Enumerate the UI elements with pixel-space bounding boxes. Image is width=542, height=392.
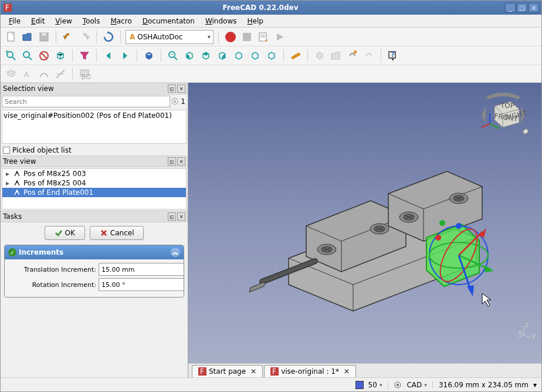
tree-item[interactable]: ▸ Pos of M8x25 004 bbox=[2, 178, 186, 188]
undo-icon[interactable] bbox=[61, 30, 75, 44]
view-front-icon[interactable] bbox=[182, 49, 197, 63]
fit-all-icon[interactable] bbox=[4, 49, 18, 63]
tree-item-selected[interactable]: ▸ Pos of End Plate001 bbox=[2, 188, 186, 197]
menu-file[interactable]: File bbox=[4, 16, 25, 26]
measure-icon[interactable] bbox=[289, 49, 303, 63]
axes-indicator: z y x bbox=[518, 322, 536, 340]
nav-style-icon[interactable] bbox=[394, 381, 402, 389]
left-panel: Selection view ◱ × ⓧ 1 vise_original#Pos… bbox=[1, 83, 188, 377]
close-tab-icon[interactable]: ✕ bbox=[250, 367, 256, 376]
zoom-icon[interactable]: - bbox=[166, 49, 180, 63]
maximize-button[interactable]: □ bbox=[517, 3, 527, 12]
macro-stop-icon[interactable] bbox=[240, 30, 254, 44]
toolbar-main: A OSHAutoDoc bbox=[1, 28, 541, 46]
svg-text:z: z bbox=[525, 322, 529, 329]
whats-this-icon[interactable]: ? bbox=[386, 49, 400, 63]
view-right-icon[interactable] bbox=[215, 49, 229, 63]
close-button[interactable]: × bbox=[529, 3, 539, 12]
position-icon bbox=[13, 188, 21, 197]
translation-input[interactable] bbox=[99, 263, 184, 275]
axis-icon[interactable] bbox=[53, 67, 67, 81]
svg-rect-5 bbox=[243, 33, 251, 41]
translation-spinbox[interactable]: ▲▼ bbox=[99, 263, 184, 276]
undock-tasks-icon[interactable]: ◱ bbox=[168, 212, 176, 221]
position-icon bbox=[13, 179, 21, 187]
tree-item[interactable]: ▸ Pos of M8x25 003 bbox=[2, 169, 186, 178]
tab-document[interactable]: F vise-original : 1* ✕ bbox=[264, 365, 356, 377]
new-file-icon[interactable] bbox=[4, 30, 18, 44]
menu-view[interactable]: View bbox=[50, 16, 76, 26]
draw-style-icon[interactable] bbox=[37, 49, 51, 63]
color-indicator[interactable] bbox=[355, 381, 364, 389]
group-icon[interactable] bbox=[329, 49, 343, 63]
svg-text:y: y bbox=[532, 331, 536, 339]
nav-left-icon[interactable] bbox=[101, 49, 116, 63]
tree-list[interactable]: ▸ Pos of M8x25 003 ▸ Pos of M8x25 004 ▸ … bbox=[2, 168, 187, 209]
selection-list[interactable]: vise_original#Position002 (Pos of End Pl… bbox=[2, 110, 187, 144]
redo-icon[interactable] bbox=[77, 30, 92, 44]
menu-tools[interactable]: Tools bbox=[78, 16, 105, 26]
text-icon[interactable]: A bbox=[21, 67, 35, 81]
expand-icon[interactable]: ▸ bbox=[5, 170, 11, 178]
workbench-label: OSHAutoDoc bbox=[137, 33, 182, 41]
titlebar: F FreeCAD 0.22.0dev _ □ × bbox=[1, 1, 541, 15]
view-bottom-icon[interactable] bbox=[248, 49, 262, 63]
main-area: Selection view ◱ × ⓧ 1 vise_original#Pos… bbox=[1, 83, 541, 377]
toolbar-extra: A BOM bbox=[1, 65, 541, 83]
minimize-button[interactable]: _ bbox=[505, 3, 516, 12]
refresh-icon[interactable] bbox=[101, 30, 116, 44]
close-pane-icon[interactable]: × bbox=[177, 85, 185, 93]
tab-start-page[interactable]: F Start page ✕ bbox=[192, 365, 263, 377]
open-file-icon[interactable] bbox=[21, 30, 35, 44]
svg-text:x: x bbox=[518, 329, 522, 337]
fit-selection-icon[interactable] bbox=[21, 49, 35, 63]
rotation-spinbox[interactable]: ▲▼ bbox=[99, 278, 184, 291]
workbench-selector[interactable]: A OSHAutoDoc bbox=[126, 30, 214, 44]
tasks-body: OK Cancel ✓ Increments ︽ Translation Inc… bbox=[1, 222, 188, 377]
viewport: TOP FRONT RIGHT z y x bbox=[188, 83, 541, 377]
ok-button[interactable]: OK bbox=[45, 226, 85, 240]
clear-search-icon[interactable]: ⓧ bbox=[170, 97, 179, 107]
status-value-dropdown[interactable]: 50 bbox=[368, 381, 382, 389]
svg-point-48 bbox=[456, 223, 462, 229]
collapse-icon[interactable]: ︽ bbox=[171, 248, 180, 257]
picked-checkbox[interactable] bbox=[3, 147, 10, 154]
nav-mode-dropdown[interactable]: CAD bbox=[406, 381, 426, 389]
cancel-button[interactable]: Cancel bbox=[90, 226, 144, 240]
close-tasks-icon[interactable]: × bbox=[177, 212, 185, 221]
menu-help[interactable]: Help bbox=[243, 16, 268, 26]
save-file-icon[interactable] bbox=[37, 30, 51, 44]
menu-edit[interactable]: Edit bbox=[26, 16, 49, 26]
undock-tree-icon[interactable]: ◱ bbox=[168, 157, 176, 165]
link-group-icon[interactable] bbox=[362, 49, 376, 63]
part-icon[interactable] bbox=[313, 49, 327, 63]
rotation-input[interactable] bbox=[99, 279, 184, 290]
svg-line-12 bbox=[29, 57, 32, 60]
close-tab-icon[interactable]: ✕ bbox=[344, 367, 350, 376]
menu-documentation[interactable]: Documentaton bbox=[138, 16, 199, 26]
macro-play-icon[interactable] bbox=[273, 30, 287, 44]
3d-model-vise[interactable] bbox=[230, 123, 500, 323]
filter-icon[interactable] bbox=[77, 49, 92, 63]
increments-header[interactable]: ✓ Increments ︽ bbox=[5, 245, 184, 259]
undock-icon[interactable]: ◱ bbox=[168, 85, 176, 93]
menu-macro[interactable]: Macro bbox=[106, 16, 136, 26]
bom-icon[interactable]: BOM bbox=[77, 67, 92, 81]
close-tree-icon[interactable]: × bbox=[177, 157, 185, 165]
3d-view[interactable]: TOP FRONT RIGHT z y x bbox=[188, 83, 541, 363]
view-top-icon[interactable] bbox=[199, 49, 213, 63]
search-input[interactable] bbox=[2, 96, 170, 107]
bounding-box-icon[interactable] bbox=[53, 49, 67, 63]
curve-icon[interactable] bbox=[37, 67, 51, 81]
macro-record-icon[interactable] bbox=[223, 30, 238, 44]
layers-icon[interactable] bbox=[4, 67, 18, 81]
view-rear-icon[interactable] bbox=[232, 49, 246, 63]
nav-right-icon[interactable] bbox=[118, 49, 132, 63]
isometric-icon[interactable] bbox=[142, 49, 156, 63]
macro-list-icon[interactable] bbox=[256, 30, 270, 44]
selection-item[interactable]: vise_original#Position002 (Pos of End Pl… bbox=[4, 111, 185, 120]
link-icon[interactable] bbox=[345, 49, 360, 63]
view-left-icon[interactable] bbox=[265, 49, 279, 63]
menu-windows[interactable]: Windows bbox=[201, 16, 242, 26]
expand-icon[interactable]: ▸ bbox=[5, 179, 11, 187]
